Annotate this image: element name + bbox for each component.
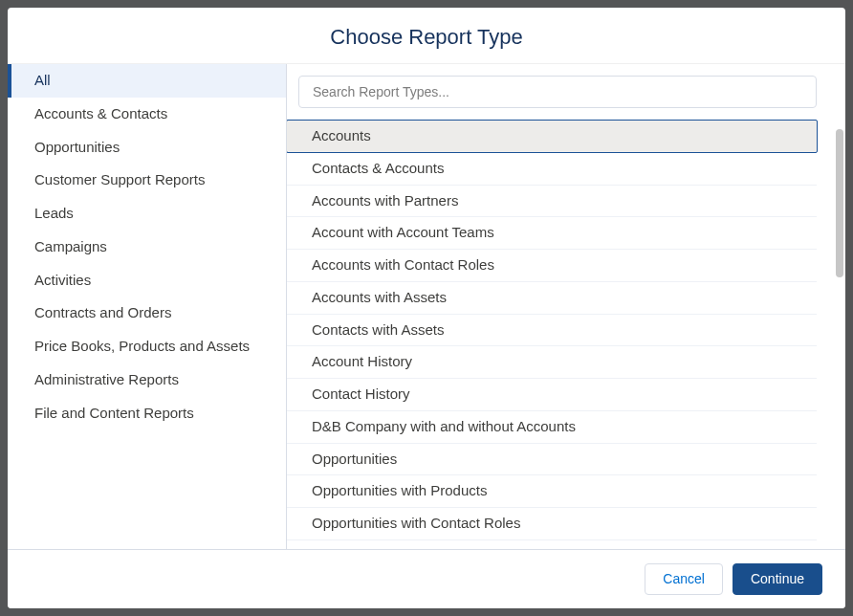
report-type-item[interactable]: Opportunities with Contact Roles <box>287 508 817 540</box>
sidebar-item[interactable]: Contracts and Orders <box>8 297 286 330</box>
report-type-item[interactable]: D&B Company with and without Accounts <box>287 411 817 444</box>
report-type-item[interactable]: Contact History <box>287 379 817 411</box>
report-type-item[interactable]: Accounts with Contact Roles <box>287 250 817 282</box>
report-type-item[interactable]: Account History <box>287 346 817 379</box>
report-type-item[interactable]: Accounts with Assets <box>287 282 817 315</box>
report-type-item[interactable]: Contacts with Assets <box>287 315 817 347</box>
category-sidebar[interactable]: AllAccounts & ContactsOpportunitiesCusto… <box>8 64 287 549</box>
report-type-item[interactable]: Account with Account Teams <box>287 217 817 250</box>
sidebar-item[interactable]: Price Books, Products and Assets <box>8 330 286 363</box>
sidebar-item[interactable]: All <box>8 64 286 98</box>
sidebar-item[interactable]: Campaigns <box>8 231 286 264</box>
report-type-item[interactable]: Accounts <box>287 120 818 153</box>
report-type-item[interactable]: Contacts & Accounts <box>287 153 817 186</box>
modal-body: AllAccounts & ContactsOpportunitiesCusto… <box>8 64 845 550</box>
report-type-item[interactable]: Accounts with Partners <box>287 186 817 218</box>
cancel-button[interactable]: Cancel <box>645 563 723 595</box>
report-types-pane: AccountsContacts & AccountsAccounts with… <box>287 64 845 549</box>
modal-header: Choose Report Type <box>8 8 845 64</box>
report-type-item[interactable]: Opportunities <box>287 444 817 476</box>
sidebar-item[interactable]: Customer Support Reports <box>8 164 286 197</box>
search-input[interactable] <box>298 76 817 108</box>
modal-footer: Cancel Continue <box>8 550 845 608</box>
sidebar-item[interactable]: Activities <box>8 264 286 297</box>
modal-title: Choose Report Type <box>8 25 845 50</box>
sidebar-item[interactable]: Accounts & Contacts <box>8 98 286 131</box>
sidebar-item[interactable]: Leads <box>8 197 286 231</box>
report-type-item[interactable]: Opportunities with Products <box>287 475 817 508</box>
sidebar-item[interactable]: File and Content Reports <box>8 397 286 430</box>
continue-button[interactable]: Continue <box>733 563 822 595</box>
sidebar-item[interactable]: Opportunities <box>8 131 286 165</box>
search-wrap <box>287 64 845 120</box>
choose-report-type-modal: Choose Report Type AllAccounts & Contact… <box>8 8 845 608</box>
sidebar-item[interactable]: Administrative Reports <box>8 363 286 397</box>
scrollbar-thumb[interactable] <box>836 129 843 277</box>
report-type-item[interactable]: Opportunities with Partners <box>287 540 817 549</box>
report-types-list[interactable]: AccountsContacts & AccountsAccounts with… <box>287 120 845 549</box>
